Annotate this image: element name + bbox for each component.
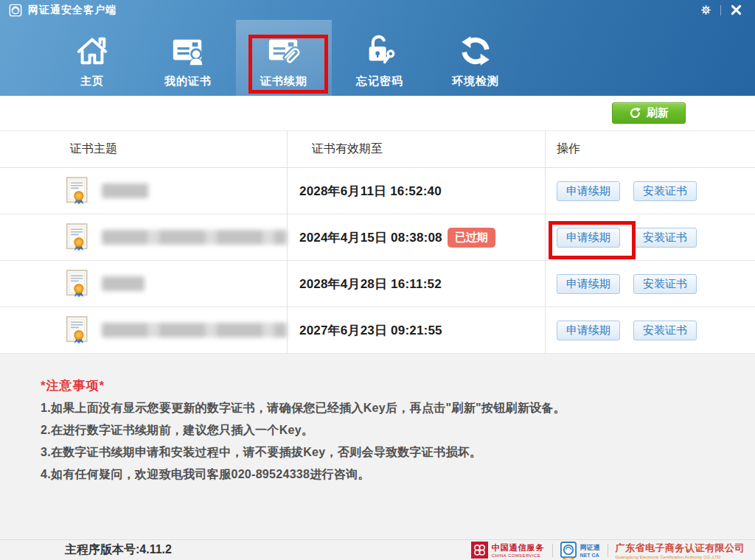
close-icon[interactable] — [726, 2, 746, 18]
titlebar-divider — [720, 5, 721, 15]
settings-gear-icon[interactable] — [695, 2, 716, 18]
netca-logo: 网证通 NET CA — [560, 542, 600, 559]
certificate-icon — [65, 223, 91, 252]
note-item: 4.如有任何疑问，欢迎致电我司客服020-89524338进行咨询。 — [41, 467, 726, 483]
header-cert-expiry: 证书有效期至 — [288, 131, 546, 167]
notes-title: *注意事项* — [41, 377, 726, 394]
note-item: 2.在进行数字证书续期前，建议您只插入一个Key。 — [41, 423, 726, 438]
install-button[interactable]: 安装证书 — [633, 274, 697, 294]
note-item: 1.如果上面没有显示您要更新的数字证书，请确保您已经插入Key后，再点击"刷新"… — [41, 401, 726, 416]
id-card-person-icon — [171, 32, 205, 70]
notes-section: *注意事项* 1.如果上面没有显示您要更新的数字证书，请确保您已经插入Key后，… — [0, 354, 755, 560]
certificate-subject-redacted — [102, 230, 287, 245]
titlebar: 网证通安全客户端 — [0, 0, 755, 20]
table-row: 2028年6月11日 16:52:40 申请续期 安装证书 — [0, 168, 755, 214]
unlock-wrench-icon — [363, 32, 397, 70]
main-nav: 主页 我的证书 — [0, 20, 755, 96]
china-comservice-icon — [471, 542, 488, 559]
home-icon — [75, 32, 109, 70]
tab-forgot-password[interactable]: 忘记密码 — [332, 20, 428, 96]
footer-logos: 中国通信服务 CHINA COMSERVICE 网证通 NET CA — [471, 542, 745, 559]
certificate-subject-redacted — [102, 276, 145, 291]
certificate-icon — [65, 315, 91, 345]
table-row: 2027年6月23日 09:21:55 申请续期 安装证书 — [0, 307, 755, 354]
expiry-date: 2028年4月28日 16:11:52 — [299, 276, 442, 293]
install-button[interactable]: 安装证书 — [633, 181, 697, 201]
renew-button[interactable]: 申请续期 — [557, 274, 620, 294]
tab-home[interactable]: 主页 — [44, 20, 140, 96]
renew-button[interactable]: 申请续期 — [557, 321, 620, 340]
header-actions: 操作 — [546, 131, 755, 167]
app-title: 网证通安全客户端 — [28, 4, 116, 17]
expiry-date: 2027年6月23日 09:21:55 — [299, 322, 442, 339]
refresh-icon — [629, 107, 641, 119]
gdca-logo: 广东省电子商务认证有限公司 Guangdong Electronic Certi… — [616, 542, 745, 559]
expiry-date: 2024年4月15日 08:38:08 — [299, 229, 442, 246]
footer: 主程序版本号:4.11.2 中国通信服务 CHINA COMSERVICE — [0, 539, 755, 560]
sync-arrows-icon — [459, 32, 493, 70]
netca-icon — [560, 542, 577, 559]
certificate-paperclip-icon — [267, 32, 301, 70]
install-button[interactable]: 安装证书 — [633, 228, 697, 248]
tab-environment-check[interactable]: 环境检测 — [428, 20, 523, 96]
certificate-subject-redacted — [102, 323, 287, 337]
install-button[interactable]: 安装证书 — [633, 321, 697, 340]
tab-my-certificates[interactable]: 我的证书 — [140, 20, 236, 96]
header: 网证通安全客户端 主页 — [0, 0, 755, 96]
table-header-row: 证书主题 证书有效期至 操作 — [0, 131, 755, 168]
china-comservice-logo: 中国通信服务 CHINA COMSERVICE — [471, 542, 545, 559]
refresh-button[interactable]: 刷新 — [612, 102, 686, 124]
footer-divider — [552, 544, 553, 557]
netca-client-window: 网证通安全客户端 主页 — [0, 0, 755, 560]
table-row: 2028年4月28日 16:11:52 申请续期 安装证书 — [0, 261, 755, 307]
note-item: 3.在数字证书续期申请和安装过程中，请不要插拔Key，否则会导致数字证书损坏。 — [41, 445, 726, 461]
tab-certificate-renewal[interactable]: 证书续期 — [236, 20, 332, 96]
certificate-icon — [65, 269, 91, 298]
renew-button[interactable]: 申请续期 — [557, 228, 620, 248]
certificate-icon — [65, 176, 91, 206]
expired-badge: 已过期 — [448, 228, 495, 248]
renew-button[interactable]: 申请续期 — [557, 181, 620, 201]
window-controls — [695, 2, 746, 18]
certificate-table: 证书主题 证书有效期至 操作 2028年6月11日 16:52:40 申请续期 … — [0, 131, 755, 354]
header-cert-subject: 证书主题 — [0, 131, 288, 167]
toolbar: 刷新 — [0, 96, 755, 131]
table-row: 2024年4月15日 08:38:08 已过期 申请续期 安装证书 — [0, 214, 755, 261]
certificate-subject-redacted — [102, 183, 149, 198]
footer-divider — [608, 544, 608, 557]
expiry-date: 2028年6月11日 16:52:40 — [299, 183, 442, 200]
app-logo-icon — [9, 4, 22, 17]
version-label: 主程序版本号:4.11.2 — [65, 542, 172, 558]
